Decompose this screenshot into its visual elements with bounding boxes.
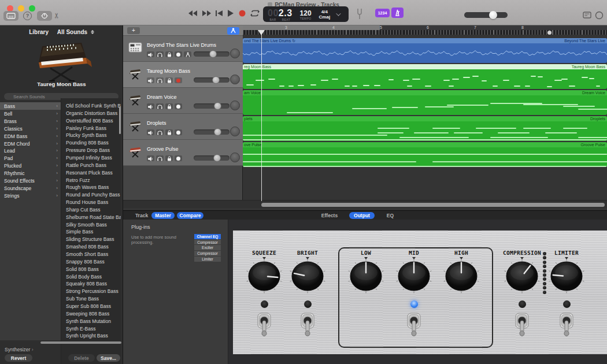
pan-knob[interactable]: [230, 101, 240, 110]
solo-button[interactable]: [156, 77, 164, 83]
plugin-slot-channel-eq[interactable]: Channel EQ: [194, 234, 221, 239]
plugin-slot-compressor[interactable]: Compressor: [194, 240, 221, 245]
lock-button[interactable]: [165, 103, 173, 109]
toggle-switch-mid[interactable]: [405, 312, 423, 339]
quick-help-button[interactable]: ?: [23, 12, 32, 20]
sound-list-item[interactable]: Pumped Infinity Bass: [61, 155, 121, 161]
sound-list-item[interactable]: Solid 808 Bass: [61, 266, 121, 272]
track-volume-slider[interactable]: [194, 77, 230, 83]
sound-list-item[interactable]: Sweeping 808 Bass: [61, 311, 121, 317]
track-volume-slider[interactable]: [194, 129, 230, 135]
plugin-slot-compressor[interactable]: Compressor: [194, 251, 221, 256]
track-volume-slider[interactable]: [194, 103, 230, 109]
pan-knob[interactable]: [230, 153, 240, 162]
record-button[interactable]: [237, 9, 247, 18]
mute-button[interactable]: [147, 129, 154, 135]
timeline-region[interactable]: pletsDroplets: [243, 116, 607, 141]
track-volume-thumb[interactable]: [212, 76, 220, 84]
track-volume-slider[interactable]: [194, 51, 230, 57]
lcd-key[interactable]: Cmaj: [319, 14, 331, 20]
tab-track[interactable]: Track: [132, 212, 151, 219]
sidebar-item-bass[interactable]: Bass›: [0, 102, 61, 110]
sound-list-item[interactable]: Simple Bass: [61, 229, 121, 235]
toggle-switch-compression[interactable]: [513, 312, 531, 339]
sidebar-item-strings[interactable]: Strings›: [0, 192, 61, 199]
mute-button[interactable]: [147, 77, 154, 83]
sound-list-item[interactable]: Smooth Short Bass: [61, 251, 121, 257]
tab-compare[interactable]: Compare: [177, 212, 203, 219]
sound-list-item[interactable]: Overstuffed 808 Bass: [61, 118, 121, 124]
sound-list-item[interactable]: Snappy 808 Bass: [61, 259, 121, 265]
sidebar-item-brass[interactable]: Brass›: [0, 117, 61, 125]
track-header[interactable]: Beyond The Stars Live Drums: [123, 36, 243, 62]
sound-list-scrollbar[interactable]: [119, 106, 121, 134]
lock-button[interactable]: [165, 51, 173, 57]
track-volume-thumb[interactable]: [214, 128, 221, 136]
toggle-switch-squeeze[interactable]: [256, 312, 273, 339]
record-enable-button[interactable]: [175, 77, 182, 83]
marker-dot[interactable]: [547, 31, 552, 35]
save-button[interactable]: Save...: [97, 354, 120, 362]
master-volume-thumb[interactable]: [489, 11, 497, 19]
plugin-slot-exciter[interactable]: Exciter: [194, 245, 221, 250]
knob-squeeze[interactable]: [245, 258, 284, 295]
sound-list-item[interactable]: Round House Bass: [61, 199, 121, 205]
track-header[interactable]: Droplets: [123, 114, 243, 140]
notifications-icon[interactable]: [595, 11, 604, 20]
library-toggle-button[interactable]: [3, 11, 18, 21]
solo-button[interactable]: [156, 51, 164, 57]
pan-knob[interactable]: [230, 75, 240, 84]
sidebar-item-soundscape[interactable]: Soundscape›: [0, 184, 61, 192]
master-volume-slider[interactable]: [464, 12, 508, 18]
sound-list-item[interactable]: Squeaky 808 Bass: [61, 281, 121, 287]
tab-effects[interactable]: Effects: [317, 212, 342, 219]
tuning-fork-icon[interactable]: [356, 8, 364, 20]
sound-list-item[interactable]: Silky Smooth Bass: [61, 222, 121, 228]
knob-compression[interactable]: [502, 258, 542, 295]
record-enable-button[interactable]: [175, 103, 182, 109]
knob-bright[interactable]: [288, 258, 327, 295]
sound-list-item[interactable]: Resonant Pluck Bass: [61, 170, 121, 176]
sound-list-item[interactable]: Synth Upright Bass: [61, 333, 121, 339]
sound-list-item[interactable]: Plucky Synth Bass: [61, 132, 121, 138]
sound-list-item[interactable]: Synth E-Bass: [61, 326, 121, 332]
timeline-hscrollbar[interactable]: [261, 203, 605, 207]
record-enable-button[interactable]: [175, 155, 182, 161]
timeline-region[interactable]: ove PulseGroove Pulse: [243, 142, 607, 167]
sidebar-item-lead[interactable]: Lead›: [0, 147, 61, 154]
sound-list-hscrollbar[interactable]: [40, 341, 121, 344]
rewind-button[interactable]: [187, 9, 198, 18]
drummer-button[interactable]: [184, 51, 191, 57]
sound-list-item[interactable]: Smashed 808 Bass: [61, 244, 121, 250]
timeline-region[interactable]: ond The Stars Live Drums ↻Beyond The Sta…: [243, 38, 607, 63]
sound-list-item[interactable]: Sliding Structure Bass: [61, 236, 121, 242]
sound-list-item[interactable]: Organic Distortion Bass: [61, 110, 121, 116]
record-enable-button[interactable]: [175, 51, 182, 57]
knob-limiter[interactable]: [547, 258, 586, 295]
add-track-button[interactable]: +: [127, 27, 140, 34]
lcd-tempo[interactable]: 120: [300, 9, 312, 17]
go-to-beginning-button[interactable]: [214, 9, 224, 18]
smart-controls-button[interactable]: [37, 11, 52, 21]
toggle-switch-limiter[interactable]: [558, 312, 575, 339]
sound-list-item[interactable]: Paisley Funk Bass: [61, 125, 121, 131]
breadcrumb[interactable]: Synthesizer ›: [5, 347, 34, 352]
minimize-window-button[interactable]: [18, 5, 24, 12]
sound-list-item[interactable]: Solid Body Bass: [61, 274, 121, 280]
revert-button[interactable]: Revert: [5, 354, 32, 362]
lock-button[interactable]: [165, 129, 173, 135]
toggle-switch-bright[interactable]: [299, 312, 316, 339]
library-filter-dropdown[interactable]: All Sounds: [57, 29, 87, 35]
plugin-slot-limiter[interactable]: Limiter: [194, 257, 221, 262]
lcd-display[interactable]: 002.3 BARBEAT 120 TEMPO 4/4 Cmaj: [263, 6, 349, 22]
delete-button[interactable]: Delete: [68, 354, 95, 362]
sound-list-item[interactable]: Sub Tone Bass: [61, 296, 121, 302]
sidebar-item-edm-bass[interactable]: EDM Bass›: [0, 132, 61, 140]
tab-output[interactable]: Output: [349, 212, 375, 219]
sidebar-item-pad[interactable]: Pad›: [0, 154, 61, 162]
timeline-region[interactable]: am VoiceDream Voice: [243, 90, 607, 115]
track-header[interactable]: Taureg Moon Bass: [123, 62, 243, 88]
sidebar-item-sound-effects[interactable]: Sound Effects›: [0, 177, 61, 184]
lcd-timesig[interactable]: 4/4: [321, 9, 328, 14]
sound-list-item[interactable]: Sharp Cut Bass: [61, 207, 121, 213]
